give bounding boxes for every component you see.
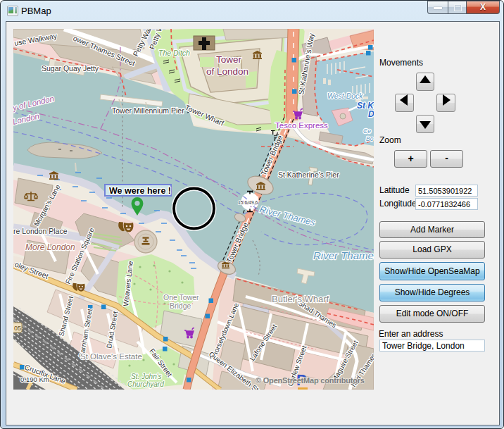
svg-text:River Thames: River Thames [313, 249, 374, 261]
svg-text:Tesco Express: Tesco Express [275, 121, 328, 130]
svg-text:One Tower: One Tower [163, 293, 199, 301]
svg-text:Bridge: Bridge [170, 301, 191, 310]
svg-text:Tower: Tower [216, 54, 242, 65]
svg-text:05: 05 [14, 325, 21, 332]
svg-text:Bo: Bo [366, 135, 374, 142]
svg-text:re London Place: re London Place [13, 227, 68, 235]
svg-text:Butler's Wharf: Butler's Wharf [272, 294, 329, 304]
svg-text:Ce: Ce [363, 128, 371, 135]
svg-text:0.190 Km: 0.190 Km [20, 375, 49, 383]
svg-text:of London: of London [206, 66, 248, 77]
svg-text:The Ditch: The Ditch [158, 49, 190, 57]
svg-text:St Katherine's Pier: St Katherine's Pier [278, 170, 339, 179]
svg-text:D: D [368, 109, 374, 119]
svg-text:More London: More London [25, 242, 75, 252]
svg-text:15.6/49.6: 15.6/49.6 [238, 200, 258, 205]
svg-text:St. John's: St. John's [131, 373, 162, 380]
svg-text:Churchyard: Churchyard [127, 380, 164, 388]
svg-text:Tower Millennium Pier: Tower Millennium Pier [112, 106, 184, 115]
svg-text:We were here !: We were here ! [109, 186, 171, 196]
svg-text:St Olave's Estate: St Olave's Estate [80, 352, 142, 361]
svg-text:West Dock: West Dock [327, 92, 363, 100]
svg-text:Sugar Quay Jetty: Sugar Quay Jetty [42, 64, 99, 73]
svg-text:© OpenStreetMap contributors: © OpenStreetMap contributors [256, 376, 365, 385]
